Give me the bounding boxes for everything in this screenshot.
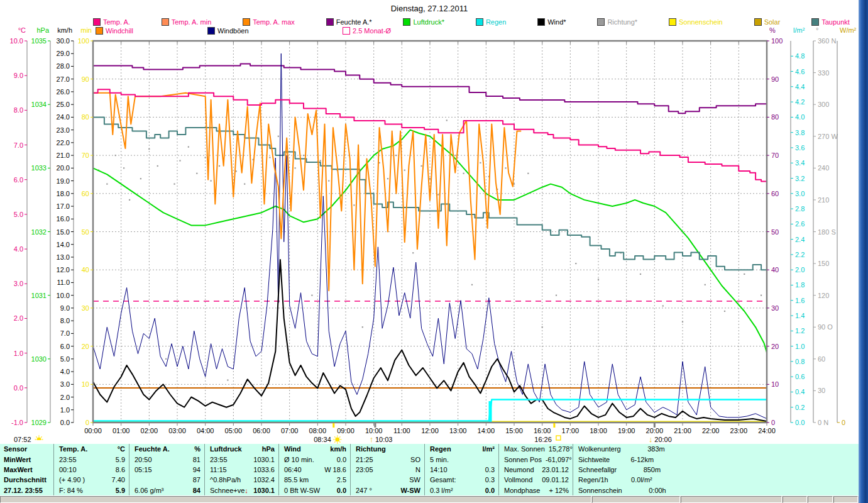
svg-text:1033: 1033 — [31, 164, 47, 172]
svg-text:2.2: 2.2 — [795, 251, 805, 258]
svg-text:0.2: 0.2 — [795, 404, 805, 411]
richtung-dot — [505, 167, 507, 169]
svg-text:14:00: 14:00 — [478, 427, 495, 434]
svg-text:60: 60 — [771, 190, 779, 197]
richtung-dot — [662, 305, 664, 306]
svg-text:270 W: 270 W — [818, 133, 838, 140]
sun-half-icon — [35, 436, 43, 445]
pressure-trend-arrow: ↓ — [244, 487, 248, 494]
richtung-dot — [362, 326, 363, 328]
svg-text:0: 0 — [771, 419, 775, 426]
richtung-dot — [353, 204, 354, 206]
table-row-label: Durchschnitt — [0, 475, 53, 485]
svg-text:08:00: 08:00 — [309, 427, 327, 434]
table-row-label: MaxWert — [0, 465, 53, 475]
svg-text:3.0: 3.0 — [60, 380, 70, 388]
weather-day-chart: 00:0001:0002:0003:0004:0005:0006:0007:00… — [0, 0, 868, 444]
table-cell-feuchte-a: 87 — [129, 475, 204, 485]
svg-text:7.0: 7.0 — [60, 329, 70, 337]
richtung-dot — [196, 173, 197, 174]
svg-text:0: 0 — [85, 419, 89, 426]
svg-text:22:00: 22:00 — [702, 427, 720, 434]
table-cell-richtung: Richtung — [350, 444, 424, 454]
svg-text:240: 240 — [818, 164, 829, 172]
table-cell-luftdruck: 11:151033.6 — [204, 465, 278, 475]
series-windchill — [93, 93, 521, 291]
svg-text:20: 20 — [82, 343, 89, 350]
svg-text:120: 120 — [818, 292, 829, 299]
svg-text:24.0: 24.0 — [57, 113, 70, 121]
square-icon — [556, 436, 561, 440]
svg-text:4.6: 4.6 — [795, 68, 805, 75]
svg-text:9.0: 9.0 — [14, 72, 23, 79]
richtung-dot — [227, 379, 228, 380]
svg-text:3.8: 3.8 — [795, 129, 805, 136]
arrow-down-icon: ↓ — [649, 434, 653, 444]
table-cell-wind: Ø 10 min.0.0 — [278, 454, 350, 464]
svg-text:↑: ↑ — [370, 434, 374, 444]
richtung-dot — [211, 180, 212, 181]
svg-text:3.2: 3.2 — [795, 175, 805, 182]
svg-text:2.0: 2.0 — [795, 266, 805, 274]
svg-text:1.2: 1.2 — [795, 327, 805, 334]
svg-text:2.4: 2.4 — [795, 236, 805, 243]
svg-text:hPa: hPa — [36, 26, 49, 34]
richtung-dot — [123, 167, 124, 169]
marker-tick — [553, 423, 555, 428]
svg-text:1034: 1034 — [31, 101, 47, 108]
svg-text:26.0: 26.0 — [57, 88, 70, 96]
svg-text:04:00: 04:00 — [197, 427, 214, 434]
richtung-dot — [761, 295, 762, 296]
svg-text:17.0: 17.0 — [57, 202, 70, 210]
richtung-dot — [682, 321, 683, 323]
richtung-dot — [412, 252, 414, 253]
richtung-dot — [157, 165, 158, 167]
svg-text:6.0: 6.0 — [14, 176, 23, 184]
table-cell-wind: 06:40W 18.6 — [278, 465, 350, 475]
svg-text:10.0: 10.0 — [57, 292, 70, 299]
svg-text:0.4: 0.4 — [795, 388, 805, 395]
svg-text:60: 60 — [82, 190, 89, 197]
weather-app-window: Dienstag, 27.12.2011 Temp. A.Temp. A. mi… — [0, 0, 868, 503]
svg-text:360 N: 360 N — [818, 37, 836, 45]
svg-text:16.0: 16.0 — [57, 215, 70, 223]
richtung-dot — [106, 184, 107, 185]
svg-text:05:00: 05:00 — [225, 427, 243, 434]
svg-text:1030: 1030 — [31, 355, 47, 363]
svg-text:1031: 1031 — [31, 292, 47, 299]
svg-text:4.0: 4.0 — [60, 368, 70, 375]
svg-text:7.0: 7.0 — [14, 141, 23, 149]
svg-text:6.0: 6.0 — [60, 343, 70, 350]
svg-text:100: 100 — [78, 37, 89, 45]
richtung-dot — [303, 155, 304, 156]
svg-text:30: 30 — [818, 387, 825, 394]
svg-text:l/m²: l/m² — [793, 26, 805, 34]
svg-text:18:00: 18:00 — [590, 427, 607, 434]
richtung-dot — [471, 284, 473, 285]
table-cell-richtung: 23:05N — [350, 465, 424, 475]
svg-text:4.0: 4.0 — [795, 113, 805, 121]
richtung-dot — [705, 284, 706, 285]
svg-text:02:00: 02:00 — [141, 427, 158, 434]
svg-text:↓: ↓ — [649, 434, 653, 444]
svg-text:23.0: 23.0 — [57, 126, 70, 134]
richtung-dot — [129, 199, 130, 201]
richtung-dot — [542, 326, 543, 328]
richtung-dot — [148, 148, 150, 150]
svg-text:1.6: 1.6 — [795, 297, 805, 304]
richtung-dot — [165, 358, 167, 360]
svg-text:3.0: 3.0 — [795, 190, 805, 197]
richtung-dot — [640, 274, 641, 275]
svg-text:9.0: 9.0 — [60, 304, 70, 312]
table-cell-regen: Gesamt:0.3 — [424, 475, 498, 485]
status-bar-segment — [783, 496, 807, 503]
table-cell-feuchte-a: Feuchte A.% — [129, 444, 204, 454]
svg-text:1.4: 1.4 — [795, 312, 805, 319]
richtung-dot — [463, 173, 464, 174]
svg-text:19:00: 19:00 — [618, 427, 635, 434]
svg-text:40: 40 — [771, 266, 779, 274]
status-bar — [0, 496, 859, 503]
svg-text:8.0: 8.0 — [60, 317, 70, 324]
svg-text:°: ° — [816, 26, 818, 34]
arrow-up-icon: ↑ — [370, 434, 374, 444]
